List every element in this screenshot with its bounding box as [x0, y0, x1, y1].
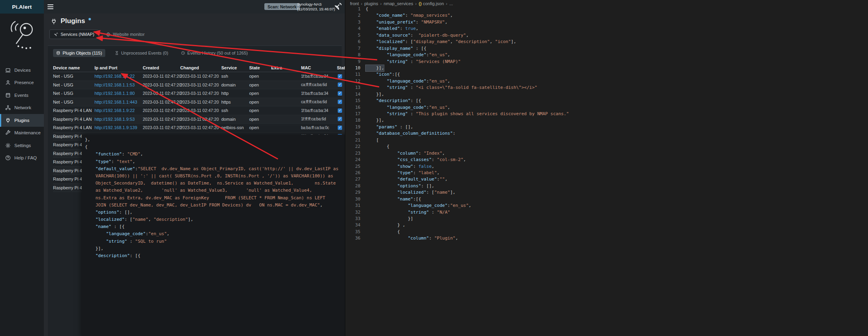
breadcrumb-separator: › [446, 1, 447, 6]
column-header[interactable]: Service [221, 65, 249, 70]
sidebar-item-devices[interactable]: Devices [0, 64, 44, 77]
column-header[interactable]: Ip and Port [94, 65, 143, 70]
code-line-7[interactable]: 7 "display_name" : [{ [347, 45, 569, 52]
sql-config-popup: },{ "function": "CMD", "type": "text", "… [82, 135, 345, 336]
code-line-18[interactable]: 18 }], [347, 117, 569, 124]
status-checkbox[interactable]: ✓ [338, 91, 342, 96]
sidebar-item-maintenance[interactable]: Maintenance [0, 127, 44, 140]
tab-website-monitor[interactable]: Website monitor [102, 29, 149, 39]
popup-code-line: }], [85, 245, 345, 252]
line-number: 16 [347, 104, 366, 111]
column-header[interactable]: State [249, 65, 271, 70]
column-header[interactable]: MAC [301, 65, 337, 70]
table-row[interactable]: Raspberry Pi 4 LANhttp://192.168.1.9:222… [53, 106, 342, 115]
code-line-8[interactable]: 8 "language_code":"en_us", [347, 52, 569, 58]
code-line-32[interactable]: 32 "string" : "N/A" [347, 209, 569, 216]
code-line-15[interactable]: 15 "description": [{ [347, 98, 569, 104]
code-line-1[interactable]: 1{ [347, 6, 569, 12]
code-line-25[interactable]: 25 "show": false, [347, 163, 569, 170]
code-line-31[interactable]: 31 "language_code":"en_us", [347, 202, 569, 209]
satellite-dish-icon[interactable] [334, 2, 342, 12]
ip-port-link[interactable]: http://192.168.1.1:443 [94, 100, 143, 104]
code-line-13[interactable]: 13 "string" : "<i class=\"fa-solid fa-sa… [347, 84, 569, 91]
code-line-5[interactable]: 5 "data_source": "pialert-db-query", [347, 32, 569, 39]
sidebar-item-plugins[interactable]: Plugins [0, 114, 44, 127]
code-line-17[interactable]: 17 "string" : "This plugin shows all ser… [347, 111, 569, 117]
ip-port-link[interactable]: http://192.168.1.1:80 [94, 91, 143, 96]
sidebar-item-events[interactable]: Events [0, 89, 44, 102]
service-cell: netbios-ssn [221, 125, 249, 130]
code-line-22[interactable]: 22 { [347, 143, 569, 150]
code-line-33[interactable]: 33 }] [347, 216, 569, 222]
code-line-29[interactable]: 29 "localized": ["name"], [347, 189, 569, 196]
table-row[interactable]: Net - USGhttp://192.168.1.1:4432023-03-1… [53, 98, 342, 107]
code-line-12[interactable]: 12 "language_code":"en_us", [347, 78, 569, 84]
ip-port-link[interactable]: http://192.168.1.1:22 [94, 74, 143, 79]
changed-cell: 2023-03-11 02:47:20 [180, 83, 221, 87]
column-header[interactable]: Extra [271, 65, 301, 70]
code-line-24[interactable]: 24 "css_classes": "col-sm-2", [347, 157, 569, 163]
sidebar-item-presence[interactable]: Presence [0, 77, 44, 89]
code-line-4[interactable]: 4 "enabled": true, [347, 26, 569, 32]
status-checkbox[interactable]: ✓ [338, 126, 342, 130]
code-line-10[interactable]: 10 }], [347, 65, 569, 71]
table-row[interactable]: Net - USGhttp://192.168.1.1:532023-03-11… [53, 81, 342, 90]
code-line-26[interactable]: 26 "type": "label", [347, 170, 569, 176]
code-line-27[interactable]: 27 "default_value":"", [347, 176, 569, 183]
status-checkbox[interactable]: ✓ [338, 117, 342, 121]
code-line-3[interactable]: 3 "unique_prefix": "NMAPSRV", [347, 19, 569, 26]
column-header[interactable]: Created [143, 65, 180, 70]
subtab-plugin-objects-115[interactable]: Plugin Objects (115) [53, 49, 105, 57]
code-line-9[interactable]: 9 "string" : "Services (NMAP)" [347, 59, 569, 65]
sidebar-item-network[interactable]: Network [0, 102, 44, 114]
subtab-events-history-50-out-of-1265[interactable]: Events History (50 out of 1265) [178, 49, 251, 57]
code-line-30[interactable]: 30 "name":[{ [347, 196, 569, 202]
code-line-20[interactable]: 20 "database_column_definitions": [347, 130, 569, 137]
column-header[interactable]: Changed [180, 65, 221, 70]
status-checkbox[interactable]: ✓ [338, 74, 342, 79]
code-line-28[interactable]: 28 "options": [], [347, 183, 569, 189]
hamburger-icon[interactable] [47, 4, 53, 9]
breadcrumb-item-front[interactable]: front [350, 1, 359, 6]
ip-port-link[interactable]: http://192.168.1.9:53 [94, 117, 143, 122]
breadcrumb-item-nmap-services[interactable]: nmap_services [384, 1, 413, 6]
code-line-11[interactable]: 11 "icon":[{ [347, 71, 569, 78]
table-row[interactable]: Net - USGhttp://192.168.1.1:802023-03-11… [53, 89, 342, 98]
column-header[interactable]: Stat [337, 65, 345, 70]
sidebar-item-settings[interactable]: Settings [0, 139, 44, 152]
ip-port-link[interactable]: http://192.168.1.9:139 [94, 125, 143, 130]
breadcrumb-item-config-json[interactable]: {}config.json [419, 1, 444, 6]
brand-logo[interactable]: Pi.Alert [0, 0, 44, 14]
breadcrumb-item-[interactable]: ... [449, 1, 453, 6]
table-row[interactable]: Raspberry Pi 4 LANhttp://192.168.1.9:139… [53, 124, 342, 132]
code-line-21[interactable]: 21 [ [347, 137, 569, 143]
ip-port-link[interactable]: http://192.168.1.9:22 [94, 108, 143, 113]
code-line-35[interactable]: 35 { [347, 229, 569, 235]
code-line-19[interactable]: 19 "params" : [], [347, 124, 569, 130]
plug-icon [5, 118, 11, 123]
ip-port-link[interactable]: http://192.168.1.1:53 [94, 83, 143, 87]
state-cell: open [249, 74, 271, 79]
status-checkbox[interactable]: ✓ [338, 100, 342, 104]
code-line-14[interactable]: 14 }], [347, 91, 569, 98]
status-checkbox[interactable]: ✓ [338, 83, 342, 87]
code-line-34[interactable]: 34 } , [347, 222, 569, 228]
breadcrumb-item-plugins[interactable]: plugins [364, 1, 378, 6]
status-checkbox[interactable]: ✓ [338, 108, 342, 113]
code-line-23[interactable]: 23 "column": "Index", [347, 150, 569, 157]
column-header[interactable]: Device name [53, 65, 94, 70]
code-line-6[interactable]: 6 "localized": ["display_name", "descrip… [347, 39, 569, 45]
code-area[interactable]: 1{2 "code_name": "nmap_services",3 "uniq… [347, 6, 569, 242]
line-content: "enabled": true, [366, 26, 418, 32]
mac-cell: ca:ff:ff:ca:ba:6d [301, 100, 337, 104]
line-content: "language_code":"en_us", [366, 202, 471, 209]
subtab-unprocessed-events-0[interactable]: Unprocessed Events (0) [112, 49, 171, 57]
code-line-36[interactable]: 36 "column": "Plugin", [347, 235, 569, 242]
code-line-2[interactable]: 2 "code_name": "nmap_services", [347, 12, 569, 19]
table-row[interactable]: Net - USGhttp://192.168.1.1:222023-03-11… [53, 72, 342, 81]
sidebar-item-help-faq[interactable]: Help / FAQ [0, 152, 44, 165]
service-cell: http [221, 91, 249, 96]
table-row[interactable]: Raspberry Pi 4 LANhttp://192.168.1.9:532… [53, 115, 342, 124]
tab-services-nmap[interactable]: Services (NMAP) [49, 29, 98, 39]
code-line-16[interactable]: 16 "language_code":"en_us", [347, 104, 569, 111]
